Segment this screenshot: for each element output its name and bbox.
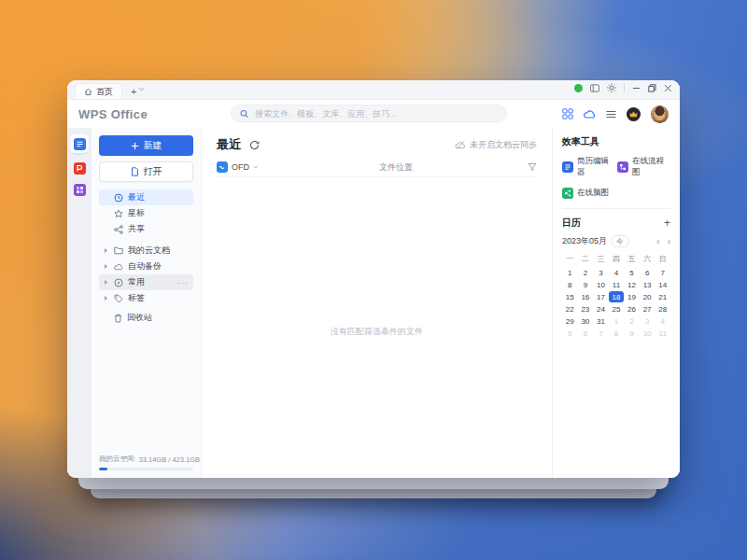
cloud-sync-status[interactable]: 未开启文档云同步 [455,139,537,151]
calendar-day[interactable]: 6 [640,267,655,278]
close-button[interactable] [664,84,672,92]
calendar-day[interactable]: 11 [609,279,625,290]
tab-list-caret-icon[interactable] [138,80,145,95]
calendar-day[interactable]: 21 [655,291,670,302]
right-panel: 效率工具 简历编辑器 在线流程图 [553,128,680,478]
calendar-day[interactable]: 1 [609,315,625,327]
calendar-day[interactable]: 7 [655,267,670,278]
sidebar-item-label: 回收站 [127,312,152,324]
calendar-day[interactable]: 27 [640,303,655,315]
calendar-weekday-row: 一 二 三 四 五 六 日 [562,254,670,264]
menu-hamburger-icon[interactable] [606,110,616,119]
sidebar-item-auto-backup[interactable]: 自动备份 [99,259,193,274]
open-document-button[interactable]: 打开 [99,161,193,182]
tool-online-flowchart[interactable]: 在线流程图 [617,156,670,178]
search-input[interactable] [253,108,498,119]
calendar-day[interactable]: 8 [609,328,625,339]
calendar-today-button[interactable]: 今 [611,235,629,247]
weekday-label: 一 [562,254,578,264]
pdf-app-icon[interactable] [74,162,86,175]
calendar-day[interactable]: 9 [578,279,594,290]
vip-badge-icon[interactable] [627,107,641,121]
page-title: 最近 [217,136,241,153]
status-dot-icon[interactable] [574,84,583,92]
expand-caret-icon[interactable] [104,263,109,270]
weekday-label: 六 [640,254,655,264]
expand-caret-icon[interactable] [104,295,109,301]
calendar-day[interactable]: 20 [640,291,655,302]
star-icon [114,209,123,218]
refresh-icon[interactable] [249,140,260,150]
calendar-day[interactable]: 2 [578,267,594,278]
sidebar-item-frequent[interactable]: 常用 ··· [99,274,193,290]
calendar-day[interactable]: 31 [593,315,609,327]
calendar-day[interactable]: 9 [624,328,640,339]
calendar-day[interactable]: 5 [624,267,640,278]
calendar-day[interactable]: 8 [562,279,578,290]
calendar-day[interactable]: 12 [624,279,640,290]
apps-app-icon[interactable] [74,184,86,196]
calendar-day[interactable]: 16 [578,291,594,302]
search-bar[interactable] [231,105,507,122]
calendar-day[interactable]: 10 [593,279,609,290]
expand-caret-icon[interactable] [104,279,109,286]
tool-online-mindmap[interactable]: 在线脑图 [562,188,615,199]
tab-home[interactable]: 首页 [75,83,122,99]
cloud-service-icon[interactable] [584,109,596,119]
calendar-prev-icon[interactable]: ‹ [656,237,659,246]
filter-funnel-icon[interactable] [528,162,537,172]
calendar-day[interactable]: 26 [624,303,640,315]
tool-resume-editor[interactable]: 简历编辑器 [562,156,615,178]
sidebar-item-trash[interactable]: 回收站 [99,310,193,326]
user-avatar[interactable] [651,105,669,123]
calendar-next-icon[interactable]: › [668,237,670,246]
calendar-day[interactable]: 3 [593,267,609,278]
restore-button[interactable] [648,84,656,92]
calendar-day[interactable]: 24 [593,303,609,315]
calendar-day[interactable]: 28 [655,303,670,315]
calendar-day[interactable]: 22 [562,303,578,315]
flowchart-icon [617,161,628,173]
calendar-day[interactable]: 15 [562,291,578,302]
new-tab-button[interactable]: + [131,85,136,98]
calendar-day[interactable]: 23 [578,303,594,315]
calendar-add-button[interactable]: + [664,218,670,228]
calendar-day[interactable]: 6 [578,328,594,339]
calendar-day[interactable]: 30 [578,315,594,327]
sidebar-item-starred[interactable]: 星标 [99,205,193,221]
expand-caret-icon[interactable] [104,247,109,254]
calendar-day[interactable]: 4 [609,267,625,278]
calendar-day[interactable]: 3 [640,315,655,327]
calendar-day[interactable]: 17 [593,291,609,302]
calendar-day[interactable]: 5 [562,328,578,339]
new-document-button[interactable]: 新建 [99,135,193,156]
sidebar-item-shared[interactable]: 共享 [99,221,193,237]
calendar-day[interactable]: 19 [624,291,640,302]
column-header-location[interactable]: 文件位置 [379,161,413,174]
rail-docs-app[interactable] [70,134,89,153]
calendar-day[interactable]: 18 [609,291,625,302]
calendar-day[interactable]: 7 [593,328,609,339]
layout-icon[interactable] [590,84,599,92]
calendar-day[interactable]: 10 [640,328,655,339]
calendar-day[interactable]: 11 [655,328,670,339]
calendar-day[interactable]: 2 [624,315,640,327]
calendar-day[interactable]: 1 [562,267,578,278]
minimize-button[interactable] [632,84,641,92]
calendar-day[interactable]: 29 [562,315,578,327]
folder-icon [114,246,123,255]
file-type-filter[interactable]: OFD [217,161,259,173]
calendar-day[interactable]: 25 [609,303,625,315]
sidebar-item-recent[interactable]: 最近 [99,189,193,205]
sidebar-item-cloud-docs[interactable]: 我的云文档 [99,243,193,259]
weekday-label: 五 [624,254,640,264]
calendar-day[interactable]: 14 [655,279,670,290]
storage-progress-bar [99,468,193,470]
more-options-icon[interactable]: ··· [177,278,189,287]
calendar-day[interactable]: 13 [640,279,655,290]
sidebar-item-tags[interactable]: 标签 [99,290,193,306]
apps-grid-icon[interactable] [562,108,573,119]
settings-gear-icon[interactable] [607,83,616,92]
calendar-day[interactable]: 4 [655,315,670,327]
sidebar-item-label: 标签 [128,292,145,304]
